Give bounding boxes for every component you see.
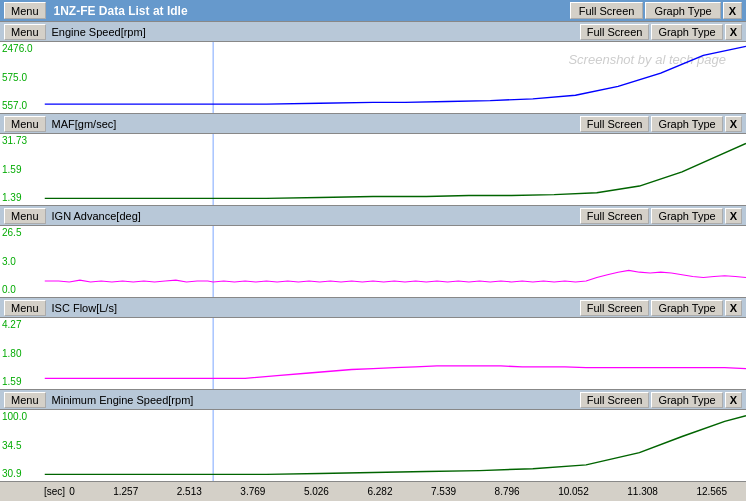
chart-menu-min-speed[interactable]: Menu [4, 392, 46, 408]
chart-menu-maf[interactable]: Menu [4, 116, 46, 132]
chart-controls-min-speed: Full Screen Graph Type X [580, 392, 744, 408]
chart-header-ign: Menu IGN Advance[deg] Full Screen Graph … [0, 206, 746, 226]
x-label-9: 11.308 [627, 486, 658, 497]
chart-header-engine-speed: Menu Engine Speed[rpm] Full Screen Graph… [0, 22, 746, 42]
x-axis-unit: [sec] [44, 486, 65, 497]
chart-row-min-speed: Menu Minimum Engine Speed[rpm] Full Scre… [0, 390, 746, 481]
title-controls: Full Screen Graph Type X [570, 2, 742, 19]
chart-area-isc: 4.27 1.80 1.59 [0, 318, 746, 389]
title-menu-button[interactable]: Menu [4, 2, 46, 19]
x-label-1: 1.257 [113, 486, 138, 497]
graphtype-ign[interactable]: Graph Type [651, 208, 722, 224]
x-label-6: 7.539 [431, 486, 456, 497]
x-label-7: 8.796 [495, 486, 520, 497]
main-container: Menu 1NZ-FE Data List at Idle Full Scree… [0, 0, 746, 501]
chart-area-min-speed: 100.0 34.5 30.9 [0, 410, 746, 481]
chart-svg-ign [0, 226, 746, 297]
fullscreen-engine-speed[interactable]: Full Screen [580, 24, 650, 40]
channel-label-ign: IGN Advance[deg] [50, 210, 580, 222]
chart-panel: Menu Engine Speed[rpm] Full Screen Graph… [0, 22, 746, 481]
chart-header-maf: Menu MAF[gm/sec] Full Screen Graph Type … [0, 114, 746, 134]
graphtype-min-speed[interactable]: Graph Type [651, 392, 722, 408]
channel-label-maf: MAF[gm/sec] [50, 118, 580, 130]
graphtype-engine-speed[interactable]: Graph Type [651, 24, 722, 40]
chart-menu-ign[interactable]: Menu [4, 208, 46, 224]
chart-header-min-speed: Menu Minimum Engine Speed[rpm] Full Scre… [0, 390, 746, 410]
close-ign[interactable]: X [725, 208, 742, 224]
x-label-2: 2.513 [177, 486, 202, 497]
close-maf[interactable]: X [725, 116, 742, 132]
chart-area-ign: 26.5 3.0 0.0 [0, 226, 746, 297]
x-label-8: 10.052 [558, 486, 589, 497]
fullscreen-isc[interactable]: Full Screen [580, 300, 650, 316]
chart-svg-engine-speed [0, 42, 746, 113]
x-label-4: 5.026 [304, 486, 329, 497]
window-title: 1NZ-FE Data List at Idle [50, 4, 570, 18]
close-min-speed[interactable]: X [725, 392, 742, 408]
chart-row-maf: Menu MAF[gm/sec] Full Screen Graph Type … [0, 114, 746, 206]
chart-controls-isc: Full Screen Graph Type X [580, 300, 744, 316]
graphtype-maf[interactable]: Graph Type [651, 116, 722, 132]
fullscreen-maf[interactable]: Full Screen [580, 116, 650, 132]
chart-menu-isc[interactable]: Menu [4, 300, 46, 316]
chart-header-isc: Menu ISC Flow[L/s] Full Screen Graph Typ… [0, 298, 746, 318]
chart-controls-ign: Full Screen Graph Type X [580, 208, 744, 224]
fullscreen-ign[interactable]: Full Screen [580, 208, 650, 224]
chart-svg-isc [0, 318, 746, 389]
x-label-10: 12.565 [696, 486, 727, 497]
channel-label-isc: ISC Flow[L/s] [50, 302, 580, 314]
channel-label-engine-speed: Engine Speed[rpm] [50, 26, 580, 38]
chart-row-engine-speed: Menu Engine Speed[rpm] Full Screen Graph… [0, 22, 746, 114]
chart-area-engine-speed: 2476.0 575.0 557.0 Screenshot by al tech… [0, 42, 746, 113]
x-label-5: 6.282 [367, 486, 392, 497]
x-label-0: 0 [69, 486, 75, 497]
chart-controls-engine-speed: Full Screen Graph Type X [580, 24, 744, 40]
x-axis-labels: 0 1.257 2.513 3.769 5.026 6.282 7.539 8.… [69, 486, 727, 497]
chart-svg-maf [0, 134, 746, 205]
fullscreen-min-speed[interactable]: Full Screen [580, 392, 650, 408]
channel-label-min-speed: Minimum Engine Speed[rpm] [50, 394, 580, 406]
x-label-3: 3.769 [240, 486, 265, 497]
close-isc[interactable]: X [725, 300, 742, 316]
chart-svg-min-speed [0, 410, 746, 481]
close-engine-speed[interactable]: X [725, 24, 742, 40]
chart-controls-maf: Full Screen Graph Type X [580, 116, 744, 132]
x-axis-bar: [sec] 0 1.257 2.513 3.769 5.026 6.282 7.… [0, 481, 746, 501]
chart-area-maf: 31.73 1.59 1.39 [0, 134, 746, 205]
chart-row-ign: Menu IGN Advance[deg] Full Screen Graph … [0, 206, 746, 298]
title-graphtype-button[interactable]: Graph Type [645, 2, 720, 19]
title-bar: Menu 1NZ-FE Data List at Idle Full Scree… [0, 0, 746, 22]
title-fullscreen-button[interactable]: Full Screen [570, 2, 644, 19]
title-close-button[interactable]: X [723, 2, 742, 19]
chart-menu-engine-speed[interactable]: Menu [4, 24, 46, 40]
chart-row-isc: Menu ISC Flow[L/s] Full Screen Graph Typ… [0, 298, 746, 390]
graphtype-isc[interactable]: Graph Type [651, 300, 722, 316]
